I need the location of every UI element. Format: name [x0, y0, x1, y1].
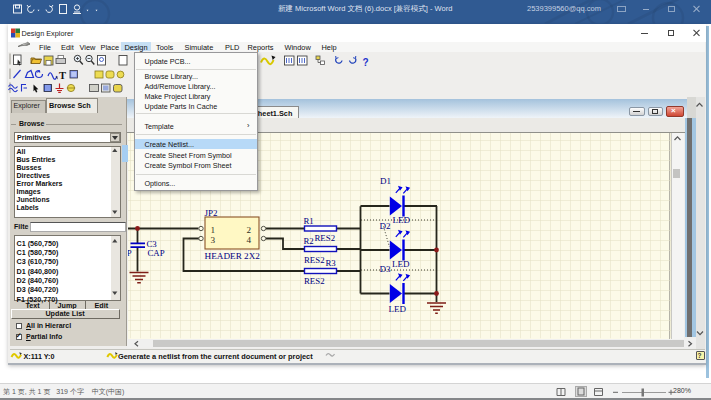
svg-text:LED: LED: [393, 215, 411, 225]
svg-text:R2: R2: [304, 236, 314, 246]
svg-text:?: ?: [363, 57, 369, 68]
svg-text:CAP: CAP: [148, 248, 165, 258]
svg-text:T: T: [59, 70, 66, 81]
svg-text:D1: D1: [380, 176, 391, 186]
svg-text:JP2: JP2: [205, 208, 218, 218]
svg-text:RES2: RES2: [304, 276, 325, 286]
svg-text:3: 3: [211, 235, 216, 245]
svg-text:HEADER 2X2: HEADER 2X2: [205, 251, 261, 261]
svg-text:R1: R1: [304, 216, 314, 226]
svg-text:R3: R3: [326, 258, 337, 268]
svg-text:RES2: RES2: [315, 233, 336, 243]
svg-text:LED: LED: [389, 304, 407, 314]
svg-text:RES2: RES2: [304, 255, 325, 265]
svg-text:D2: D2: [380, 221, 391, 231]
svg-text:2: 2: [247, 225, 252, 235]
svg-text:1: 1: [211, 225, 216, 235]
svg-text:4: 4: [247, 235, 252, 245]
svg-text:D3: D3: [380, 264, 391, 274]
svg-text:LED: LED: [392, 259, 410, 269]
svg-text:P: P: [127, 248, 132, 258]
